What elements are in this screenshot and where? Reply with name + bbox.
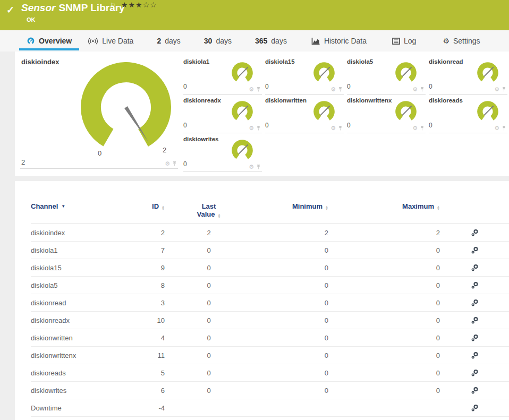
gauge-chart[interactable] — [476, 61, 500, 85]
sort-icon: ▲▼ — [162, 205, 165, 210]
channel-id: 3 — [116, 294, 165, 312]
tab-365-days[interactable]: 365 days — [255, 30, 287, 52]
gauge-value: 0 — [265, 83, 269, 90]
gear-icon[interactable]: ⚙ — [249, 125, 254, 131]
channel-settings-gears-icon[interactable] — [470, 333, 479, 342]
gauge-chart[interactable] — [312, 61, 336, 85]
gear-icon[interactable]: ⚙ — [165, 161, 170, 167]
flag-icon[interactable]: ⚐ — [110, 2, 116, 9]
channel-minimum: 2 — [253, 224, 328, 242]
pin-icon[interactable] — [338, 87, 343, 92]
gauge-panel-actions: ⚙ — [494, 125, 506, 131]
gauge-panel-diskiola5: diskiola5 0 ⚙ — [347, 56, 426, 95]
channel-settings-gears-icon[interactable] — [470, 351, 479, 360]
tab-30-days[interactable]: 30 days — [204, 30, 232, 52]
gauge-chart[interactable] — [81, 62, 171, 152]
gauge-title: diskiowrites — [183, 136, 218, 142]
column-header-maximum[interactable]: Maximum▲▼ — [328, 202, 440, 224]
channel-maximum — [328, 399, 440, 417]
pin-icon[interactable] — [338, 125, 343, 131]
gear-icon[interactable]: ⚙ — [330, 87, 336, 92]
gauge-chart[interactable] — [230, 100, 254, 124]
channel-last-value: 2 — [165, 224, 253, 242]
column-header-actions — [440, 202, 509, 224]
tab-live-data[interactable]: Live Data — [88, 30, 133, 52]
channel-id: 4 — [116, 329, 165, 347]
priority-stars[interactable]: ★★★☆☆ — [121, 1, 157, 9]
tab-historic-data[interactable]: Historic Data — [311, 30, 367, 52]
channel-settings-gears-icon[interactable] — [470, 228, 479, 237]
channel-settings-gears-icon[interactable] — [470, 368, 479, 378]
status-badge: OK — [27, 16, 36, 23]
channel-last-value: 0 — [165, 347, 253, 364]
tab-overview-label: Overview — [39, 37, 72, 45]
tab-log-label: Log — [404, 37, 416, 45]
gear-icon[interactable]: ⚙ — [412, 125, 418, 131]
pin-icon[interactable] — [256, 125, 261, 131]
gear-icon[interactable]: ⚙ — [412, 87, 418, 92]
tab-overview[interactable]: Overview — [19, 30, 79, 52]
channel-last-value: 0 — [165, 364, 253, 382]
gauge-scale-min: 0 — [98, 149, 101, 157]
gauge-title: diskiola15 — [265, 58, 295, 65]
tab-log[interactable]: Log — [392, 30, 416, 52]
pin-icon[interactable] — [420, 125, 425, 131]
gear-icon[interactable]: ⚙ — [494, 87, 499, 92]
channel-maximum: 0 — [328, 294, 440, 312]
channel-minimum: 0 — [253, 329, 328, 347]
channel-settings-gears-icon[interactable] — [470, 386, 479, 395]
column-header-channel[interactable]: Channel▼ — [31, 202, 116, 224]
gear-icon[interactable]: ⚙ — [249, 87, 254, 92]
channel-settings-gears-icon[interactable] — [470, 298, 479, 307]
pin-icon[interactable] — [420, 87, 425, 92]
gauge-chart[interactable] — [394, 61, 418, 85]
gauge-scale-max: 2 — [163, 146, 166, 154]
column-label: Channel — [31, 202, 58, 210]
gauge-chart[interactable] — [230, 139, 254, 163]
channel-name: diskionreadx — [31, 312, 116, 329]
gauge-chart[interactable] — [312, 100, 336, 124]
gauge-title: diskiola1 — [183, 58, 209, 65]
column-header-id[interactable]: ID▲▼ — [116, 202, 165, 224]
channel-settings-gears-icon[interactable] — [470, 246, 479, 255]
historic-chart-icon — [311, 37, 320, 45]
gauge-panel-diskionread: diskionread 0 ⚙ — [429, 56, 507, 95]
channel-settings-gears-icon[interactable] — [470, 281, 479, 290]
gauge-title: diskioindex — [21, 58, 60, 66]
tab-2-days[interactable]: 2 days — [157, 30, 180, 52]
pin-icon[interactable] — [256, 164, 261, 170]
active-tab-underline — [19, 48, 79, 50]
channel-settings-gears-icon[interactable] — [470, 316, 479, 325]
tab-settings[interactable]: ⚙ Settings — [443, 30, 480, 52]
channel-settings-gears-icon[interactable] — [470, 404, 479, 413]
gauge-value: 0 — [429, 83, 432, 90]
column-label: ID — [152, 202, 159, 210]
table-row: diskionread 3 0 0 0 — [31, 294, 509, 312]
gauge-panel-diskionreadx: diskionreadx 0 ⚙ — [183, 95, 262, 133]
channel-minimum: 0 — [253, 364, 328, 382]
channel-maximum: 0 — [328, 242, 440, 259]
gauge-chart[interactable] — [230, 61, 254, 85]
pin-icon[interactable] — [172, 161, 177, 167]
table-row: Downtime -4 — [31, 399, 509, 417]
small-gauges-grid: diskiola1 0 ⚙ diskiola15 0 ⚙ diskiola5 0… — [183, 56, 507, 172]
gauge-chart[interactable] — [394, 100, 418, 124]
tab-bar: Overview Live Data 2 days 30 days 365 da… — [0, 30, 509, 52]
gear-icon[interactable]: ⚙ — [330, 125, 336, 131]
gauge-panel-actions: ⚙ — [330, 125, 343, 131]
gauges-card: diskioindex 0 2 2 ⚙ diskiola1 0 ⚙ diskio… — [15, 52, 509, 176]
gear-icon[interactable]: ⚙ — [249, 164, 254, 170]
column-header-last-value[interactable]: LastValue▲▼ — [165, 202, 253, 224]
gear-icon[interactable]: ⚙ — [494, 125, 499, 131]
pin-icon[interactable] — [502, 125, 506, 131]
channel-id: 9 — [116, 259, 165, 277]
channel-maximum: 0 — [328, 277, 440, 294]
column-header-minimum[interactable]: Minimum▲▼ — [253, 202, 328, 224]
pin-icon[interactable] — [256, 87, 261, 92]
pin-icon[interactable] — [502, 87, 506, 92]
table-row: diskioreads 5 0 0 0 — [31, 364, 509, 382]
channel-settings-gears-icon[interactable] — [470, 263, 479, 272]
gauge-chart[interactable] — [476, 100, 500, 124]
channel-minimum: 0 — [253, 347, 328, 364]
channel-maximum: 0 — [328, 382, 440, 399]
